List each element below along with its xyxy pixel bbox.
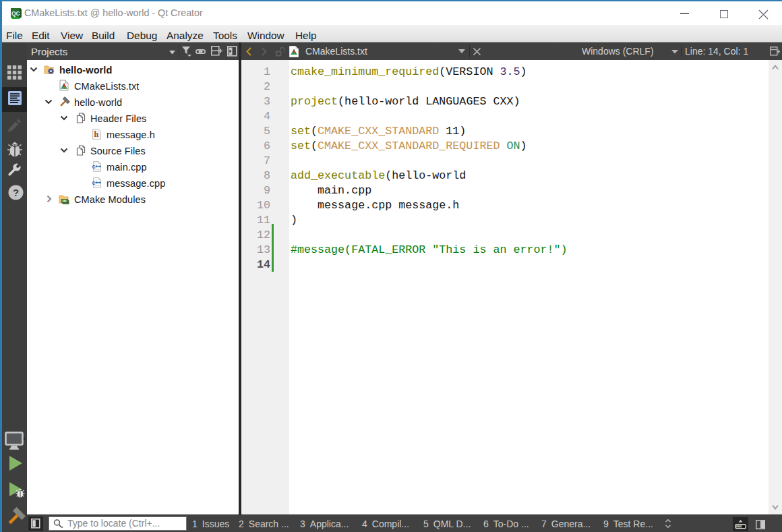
svg-text:?: ? (13, 187, 19, 198)
svg-text:c: c (92, 163, 96, 170)
svg-text:c: c (92, 179, 96, 186)
svg-text:h: h (94, 129, 99, 139)
svg-text:QC: QC (11, 10, 20, 17)
